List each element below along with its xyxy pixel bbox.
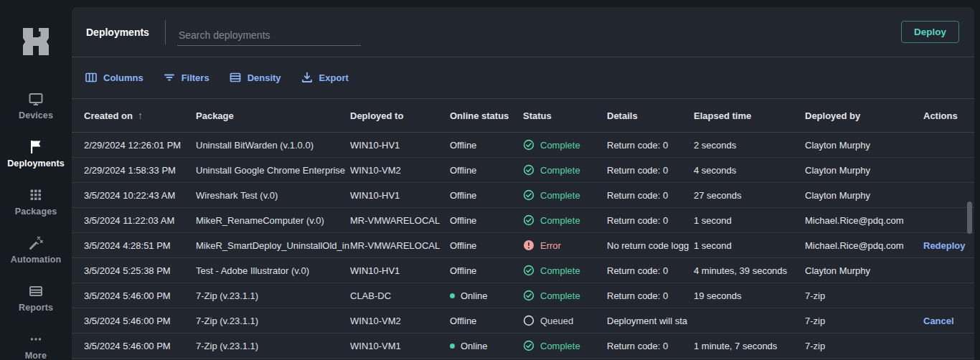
- sidebar-item-label: Reports: [19, 303, 53, 313]
- status-complete-icon: [523, 139, 534, 151]
- online-dot-icon: [450, 293, 455, 298]
- online-status-cell: Offline: [450, 316, 523, 326]
- table-row[interactable]: 3/5/2024 5:25:38 PM Test - Adobe Illustr…: [72, 258, 974, 283]
- package-cell: 7-Zip (v.23.1.1): [196, 316, 350, 326]
- status-badge: Queued: [540, 316, 573, 326]
- filters-button[interactable]: Filters: [163, 71, 209, 84]
- table-row[interactable]: 2/29/2024 1:58:33 PM Uninstall Google Ch…: [72, 158, 974, 183]
- package-link[interactable]: Uninstall Google Chrome Enterprise: [196, 165, 345, 176]
- table-row[interactable]: 3/5/2024 10:22:43 AM Wireshark Test (v.0…: [72, 183, 974, 208]
- deployed-by-link[interactable]: 7-zip: [805, 316, 825, 326]
- elapsed-time-cell: 19 seconds: [694, 290, 805, 301]
- deployed-to-link: WIN10-HV1: [350, 265, 400, 276]
- online-status-cell: Offline: [450, 165, 523, 176]
- sidebar-item-packages[interactable]: Packages: [15, 186, 57, 217]
- created-on-cell: 3/5/2024 5:46:00 PM: [84, 316, 196, 326]
- details-cell: No return code logg: [607, 240, 694, 251]
- deployed-to-link[interactable]: WIN10-VM2: [350, 316, 401, 326]
- status-cell: Complete: [523, 265, 607, 276]
- deployments-icon: [27, 138, 44, 156]
- status-complete-icon: [523, 340, 534, 351]
- sidebar-nav: Devices Deployments Packages Automation …: [0, 90, 72, 360]
- details-cell: Return code: 0: [607, 140, 694, 151]
- row-action-link[interactable]: Cancel: [923, 316, 954, 326]
- row-action-link[interactable]: Redeploy: [923, 240, 966, 251]
- online-status-cell: Offline: [450, 215, 523, 226]
- package-link[interactable]: Test - Adobe Illustrator (v.0): [196, 265, 309, 276]
- sidebar-item-devices[interactable]: Devices: [19, 90, 53, 120]
- column-header-elapsed-time[interactable]: Elapsed time: [694, 110, 805, 121]
- status-complete-icon: [523, 265, 534, 276]
- details-cell: Return code: 0: [607, 290, 694, 301]
- table-row[interactable]: 3/5/2024 5:46:00 PM 7-Zip (v.23.1.1) WIN…: [72, 333, 974, 359]
- deployed-by-link[interactable]: 7-zip: [805, 341, 825, 351]
- package-link[interactable]: MikeR_SmartDeploy_UninstallOld_in: [196, 240, 349, 251]
- columns-button[interactable]: Columns: [85, 71, 143, 84]
- table-row[interactable]: 2/29/2024 12:26:01 PM Uninstall BitWarde…: [72, 133, 974, 158]
- deployed-by-link[interactable]: 7-zip: [805, 290, 825, 301]
- column-header-status[interactable]: Status: [523, 110, 607, 121]
- package-link[interactable]: 7-Zip (v.23.1.1): [196, 290, 258, 301]
- deployed-by-cell: Clayton Murphy: [805, 140, 923, 151]
- package-link[interactable]: Wireshark Test (v.0): [196, 190, 278, 201]
- header-divider: [165, 20, 166, 44]
- density-button[interactable]: Density: [229, 71, 281, 84]
- deployed-to-link[interactable]: CLAB-DC: [350, 290, 391, 301]
- column-header-created-on[interactable]: Created on↑: [84, 110, 196, 121]
- column-header-actions[interactable]: Actions: [923, 110, 974, 121]
- table-row[interactable]: 3/5/2024 5:46:00 PM 7-Zip (v.23.1.1) CLA…: [72, 283, 974, 308]
- package-link[interactable]: MikeR_RenameComputer (v.0): [196, 215, 324, 226]
- search-input[interactable]: [177, 25, 361, 46]
- vertical-scrollbar[interactable]: [967, 202, 972, 234]
- pdq-logo[interactable]: [16, 22, 56, 62]
- table-row[interactable]: 3/5/2024 11:22:03 AM MikeR_RenameCompute…: [72, 208, 974, 233]
- online-status-cell: Offline: [450, 240, 523, 251]
- sidebar-item-label: Deployments: [7, 158, 65, 169]
- column-header-online-status[interactable]: Online status: [450, 110, 523, 121]
- status-badge: Complete: [540, 265, 580, 276]
- deployed-to-cell: WIN10-VM2: [350, 316, 450, 326]
- status-badge: Complete: [540, 215, 580, 226]
- sidebar-item-deployments[interactable]: Deployments: [7, 138, 65, 169]
- table-row[interactable]: 3/5/2024 4:28:51 PM MikeR_SmartDeploy_Un…: [72, 233, 974, 258]
- automation-icon: [27, 235, 44, 252]
- status-badge: Complete: [540, 165, 580, 176]
- toolbar-button-label: Density: [248, 72, 281, 83]
- status-cell: Queued: [523, 315, 607, 326]
- export-button[interactable]: Export: [301, 71, 349, 84]
- deployed-to-link[interactable]: WIN10-VM2: [350, 165, 401, 176]
- column-header-details[interactable]: Details: [607, 110, 694, 121]
- sidebar: Devices Deployments Packages Automation …: [0, 0, 72, 360]
- package-link[interactable]: Uninstall BitWarden (v.1.0.0): [196, 140, 314, 151]
- sidebar-item-reports[interactable]: Reports: [19, 283, 53, 313]
- table-body: 2/29/2024 12:26:01 PM Uninstall BitWarde…: [72, 133, 974, 359]
- deploy-button[interactable]: Deploy: [901, 21, 959, 43]
- table-header-row: Created on↑PackageDeployed toOnline stat…: [72, 98, 974, 133]
- table-row[interactable]: 3/5/2024 5:46:00 PM 7-Zip (v.23.1.1) WIN…: [72, 308, 974, 333]
- package-cell: MikeR_SmartDeploy_UninstallOld_in: [196, 240, 350, 251]
- deployments-table: Created on↑PackageDeployed toOnline stat…: [72, 98, 974, 359]
- main-panel: Deployments Deploy Columns Filters Densi…: [72, 7, 974, 360]
- deployed-to-link[interactable]: WIN10-VM1: [350, 341, 401, 351]
- column-header-deployed-by[interactable]: Deployed by: [805, 110, 923, 121]
- created-on-cell: 3/5/2024 4:28:51 PM: [84, 240, 196, 251]
- status-complete-icon: [523, 189, 534, 201]
- sidebar-item-label: More: [25, 351, 47, 360]
- column-header-deployed-to[interactable]: Deployed to: [350, 110, 450, 121]
- deployed-to-link[interactable]: MR-VMWARELOCAL: [350, 240, 440, 251]
- status-badge: Complete: [540, 341, 580, 351]
- created-on-cell: 3/5/2024 5:25:38 PM: [84, 265, 196, 276]
- actions-cell: Redeploy: [923, 240, 974, 251]
- package-link[interactable]: 7-Zip (v.23.1.1): [196, 316, 258, 326]
- panel-header: Deployments Deploy: [72, 7, 974, 57]
- package-cell: Uninstall BitWarden (v.1.0.0): [196, 140, 350, 151]
- status-cell: Complete: [523, 189, 607, 201]
- elapsed-time-cell: 2 seconds: [694, 140, 805, 151]
- details-cell: Deployment will sta: [607, 316, 694, 326]
- sidebar-item-more[interactable]: More: [25, 331, 47, 360]
- details-cell: Return code: 0: [607, 341, 694, 351]
- deployed-to-link[interactable]: MR-VMWARELOCAL: [350, 215, 440, 226]
- package-link[interactable]: 7-Zip (v.23.1.1): [196, 341, 258, 351]
- sidebar-item-automation[interactable]: Automation: [11, 235, 61, 265]
- column-header-package[interactable]: Package: [196, 110, 350, 121]
